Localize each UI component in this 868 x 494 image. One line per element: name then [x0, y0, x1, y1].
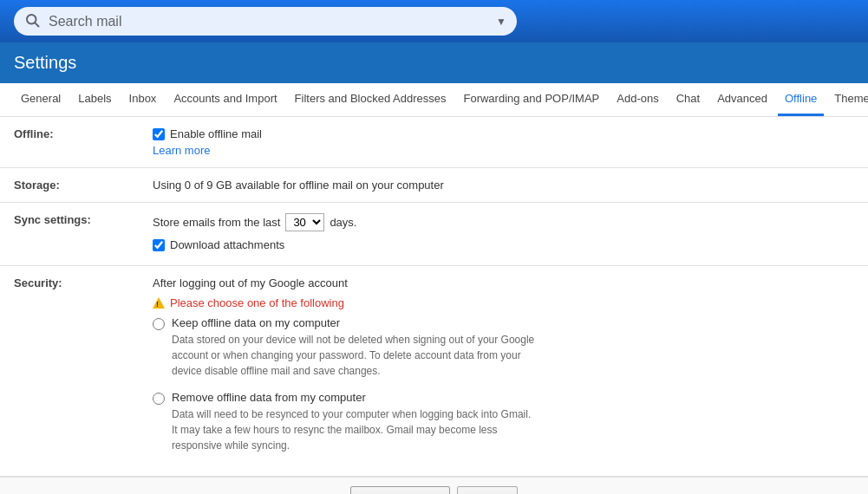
svg-line-1 [35, 23, 38, 26]
sync-label: Sync settings: [0, 203, 139, 266]
tab-themes[interactable]: Themes [827, 83, 868, 116]
download-attachments-checkbox[interactable] [153, 239, 165, 251]
search-input[interactable]: Search mail [49, 14, 489, 29]
settings-content: Offline: Enable offline mail Learn more … [0, 117, 868, 477]
security-heading: After logging out of my Google account [153, 276, 854, 289]
tab-general[interactable]: General [14, 83, 68, 116]
tab-forwarding[interactable]: Forwarding and POP/IMAP [456, 83, 606, 116]
sync-days-row: Store emails from the last 1 7 30 90 day… [153, 213, 854, 231]
storage-value: Using 0 of 9 GB available for offline ma… [139, 168, 868, 203]
tab-labels[interactable]: Labels [71, 83, 118, 116]
search-icon [24, 12, 40, 30]
tab-filters[interactable]: Filters and Blocked Addresses [288, 83, 454, 116]
remove-data-option: Remove offline data from my computer Dat… [153, 391, 854, 453]
top-bar: Search mail ▼ [0, 0, 868, 42]
storage-row: Storage: Using 0 of 9 GB available for o… [0, 168, 868, 203]
keep-data-title: Keep offline data on my computer [172, 316, 536, 329]
settings-title: Settings [14, 53, 76, 72]
offline-row: Offline: Enable offline mail Learn more [0, 117, 868, 168]
sync-prefix: Store emails from the last [153, 216, 280, 229]
cancel-button[interactable]: Cancel [457, 486, 518, 494]
sync-suffix: days. [330, 216, 356, 229]
keep-data-content: Keep offline data on my computer Data st… [172, 316, 536, 379]
download-attachments-row: Download attachments [153, 238, 854, 251]
warning-text: Please choose one of the following [170, 296, 344, 309]
tab-addons[interactable]: Add-ons [610, 83, 665, 116]
remove-data-radio[interactable] [153, 393, 165, 405]
tab-chat[interactable]: Chat [669, 83, 707, 116]
sync-row: Sync settings: Store emails from the las… [0, 203, 868, 266]
offline-label: Offline: [0, 117, 139, 168]
tab-inbox[interactable]: Inbox [122, 83, 164, 116]
tab-advanced[interactable]: Advanced [710, 83, 774, 116]
keep-data-option: Keep offline data on my computer Data st… [153, 316, 854, 379]
keep-data-radio[interactable] [153, 318, 165, 330]
warning-icon [153, 297, 165, 309]
enable-offline-checkbox[interactable] [153, 128, 165, 140]
download-attachments-label: Download attachments [170, 238, 284, 251]
save-button[interactable]: Save Changes [350, 486, 450, 494]
enable-offline-label: Enable offline mail [170, 127, 262, 140]
remove-data-desc: Data will need to be resynced to your co… [172, 406, 536, 453]
sync-value: Store emails from the last 1 7 30 90 day… [139, 203, 868, 266]
offline-value: Enable offline mail Learn more [139, 117, 868, 168]
learn-more-link[interactable]: Learn more [153, 144, 210, 157]
storage-label: Storage: [0, 168, 139, 203]
chevron-down-icon: ▼ [496, 16, 506, 28]
security-value: After logging out of my Google account P… [139, 266, 868, 477]
settings-header: Settings [0, 42, 868, 83]
security-row: Security: After logging out of my Google… [0, 266, 868, 477]
footer-bar: Save Changes Cancel [0, 477, 868, 494]
remove-data-content: Remove offline data from my computer Dat… [172, 391, 536, 453]
sync-days-select[interactable]: 1 7 30 90 [285, 213, 324, 231]
settings-table: Offline: Enable offline mail Learn more … [0, 117, 868, 477]
enable-offline-row: Enable offline mail [153, 127, 854, 140]
warning-row: Please choose one of the following [153, 296, 854, 309]
nav-tabs: General Labels Inbox Accounts and Import… [0, 83, 868, 117]
remove-data-title: Remove offline data from my computer [172, 391, 536, 404]
tab-accounts-import[interactable]: Accounts and Import [166, 83, 284, 116]
search-bar[interactable]: Search mail ▼ [14, 7, 517, 36]
security-label: Security: [0, 266, 139, 477]
tab-offline[interactable]: Offline [778, 83, 824, 116]
keep-data-desc: Data stored on your device will not be d… [172, 332, 536, 379]
